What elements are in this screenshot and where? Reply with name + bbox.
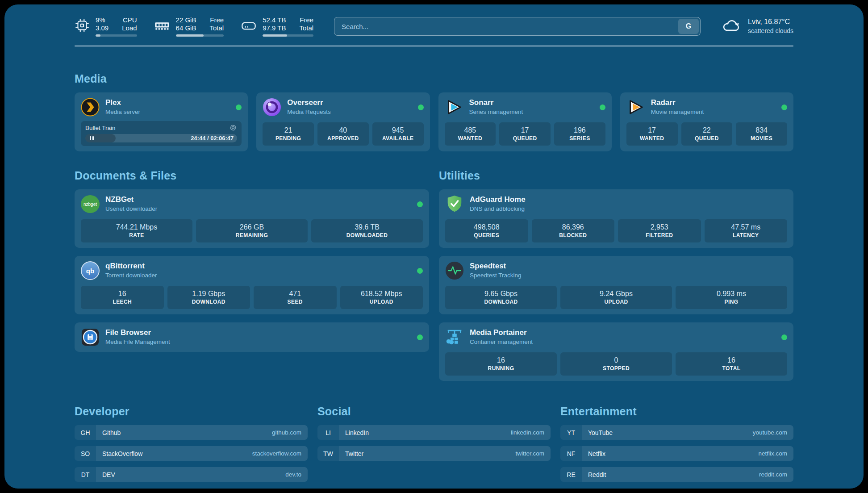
bookmark-dev[interactable]: DT DEVdev.to — [75, 467, 308, 482]
search-input[interactable] — [334, 17, 700, 35]
weather-location: Lviv, 16.87°C — [748, 17, 793, 26]
bookmark-linkedin[interactable]: LI LinkedInlinkedin.com — [317, 425, 551, 440]
bookmark-group-entertainment: Entertainment YT YouTubeyoutube.com NF N… — [560, 405, 793, 482]
bookmark-group-developer: Developer GH Githubgithub.com SO StackOv… — [75, 405, 308, 482]
card-title: Sonarr — [469, 98, 523, 107]
cpu-label: CPU — [123, 16, 137, 24]
cpu-progress — [96, 34, 137, 37]
status-online-dot — [781, 334, 787, 340]
header-divider — [75, 46, 793, 46]
stat-queued: 17QUEUED — [499, 122, 551, 146]
card-qbittorrent[interactable]: qb qBittorrent Torrent downloader 16LEEC… — [75, 256, 429, 314]
search-provider-button[interactable]: G — [678, 19, 699, 34]
stat-seed: 471SEED — [254, 286, 337, 309]
disk-free-value: 52.4 TB — [263, 16, 286, 24]
stat-queries: 498,508QUERIES — [445, 219, 528, 242]
bookmark-url: reddit.com — [759, 471, 787, 478]
bookmark-name: StackOverflow — [102, 450, 142, 457]
bookmark-twitter[interactable]: TW Twittertwitter.com — [317, 446, 551, 461]
stat-total: 16TOTAL — [676, 352, 787, 376]
filebrowser-icon — [81, 328, 100, 347]
stat-upload: 9.24 GbpsUPLOAD — [560, 286, 672, 309]
sonarr-icon — [445, 98, 463, 117]
stat-latency: 47.57 msLATENCY — [705, 219, 788, 242]
disk-icon — [241, 17, 257, 35]
dashboard-panel: 9% 3.09 CPU Load — [4, 4, 864, 489]
card-title: Plex — [105, 98, 140, 107]
stat-downloaded: 39.6 TBDOWNLOADED — [311, 219, 423, 242]
stat-blocked: 86,396BLOCKED — [532, 219, 615, 242]
status-online-dot — [600, 104, 605, 110]
memory-icon — [154, 17, 170, 35]
bookmark-url: netflix.com — [758, 450, 787, 457]
pause-icon[interactable] — [90, 136, 94, 140]
card-plex[interactable]: Plex Media server Bullet Train — [75, 92, 248, 151]
bookmark-abbr: RE — [560, 467, 582, 482]
bookmark-github[interactable]: GH Githubgithub.com — [75, 425, 308, 440]
card-title: Speedtest — [470, 261, 522, 271]
bookmark-abbr: YT — [560, 425, 582, 440]
disk-total-label: Total — [299, 24, 313, 32]
stat-remaining: 266 GBREMAINING — [196, 219, 308, 242]
stat-rate: 744.21 MbpsRATE — [81, 219, 192, 242]
status-online-dot — [781, 104, 787, 110]
card-subtitle: Movie management — [651, 107, 704, 117]
card-radarr[interactable]: Radarr Movie management 17WANTED 22QUEUE… — [620, 92, 793, 151]
section-title-entertainment: Entertainment — [560, 405, 793, 418]
card-title: File Browser — [105, 328, 170, 337]
cloud-icon — [721, 18, 742, 35]
bookmark-abbr: TW — [317, 446, 339, 461]
cpu-widget: 9% 3.09 CPU Load — [75, 16, 137, 37]
card-subtitle: Media File Management — [105, 337, 170, 347]
bookmark-url: twitter.com — [515, 450, 544, 457]
card-subtitle: Media server — [105, 107, 140, 117]
memory-progress — [176, 34, 224, 37]
card-nzbget[interactable]: nzbget NZBGet Usenet downloader 744.21 M… — [75, 189, 429, 248]
bookmark-url: youtube.com — [753, 429, 787, 436]
status-online-dot — [417, 201, 423, 207]
speedtest-icon — [445, 261, 464, 280]
card-sonarr[interactable]: Sonarr Series management 485WANTED 17QUE… — [438, 92, 612, 151]
card-title: Radarr — [651, 98, 704, 107]
stat-filtered: 2,953FILTERED — [618, 219, 701, 242]
cpu-icon — [75, 18, 90, 35]
disk-progress — [263, 34, 313, 37]
playback-progress-bar[interactable]: 24:44 / 02:06:47 — [85, 134, 237, 142]
search-bar[interactable]: G — [334, 17, 701, 36]
bookmark-name: DEV — [102, 471, 115, 478]
card-title: qBittorrent — [105, 261, 157, 271]
section-title-documents: Documents & Files — [75, 169, 429, 182]
playback-time: 24:44 / 02:06:47 — [191, 134, 234, 142]
stat-pending: 21PENDING — [263, 122, 314, 146]
bookmark-reddit[interactable]: RE Redditreddit.com — [560, 467, 793, 482]
card-portainer[interactable]: Media Portainer Container management 16R… — [439, 322, 793, 381]
gear-icon[interactable] — [229, 124, 237, 132]
card-title: AdGuard Home — [470, 195, 526, 204]
card-title: NZBGet — [105, 195, 157, 204]
plex-icon — [81, 98, 100, 117]
card-title: Overseerr — [287, 98, 331, 107]
cpu-usage: 9% — [96, 16, 108, 24]
memory-free-value: 22 GiB — [176, 16, 196, 24]
bookmark-netflix[interactable]: NF Netflixnetflix.com — [560, 446, 793, 461]
bookmark-youtube[interactable]: YT YouTubeyoutube.com — [560, 425, 793, 440]
bookmark-abbr: NF — [560, 446, 582, 461]
card-filebrowser[interactable]: File Browser Media File Management — [75, 322, 429, 352]
status-online-dot — [418, 104, 424, 110]
card-title: Media Portainer — [470, 328, 533, 337]
card-overseerr[interactable]: Overseerr Media Requests 21PENDING 40APP… — [256, 92, 430, 151]
weather-widget: Lviv, 16.87°C scattered clouds — [721, 17, 793, 36]
card-adguard[interactable]: AdGuard Home DNS and adblocking 498,508Q… — [439, 189, 793, 248]
status-online-dot — [236, 104, 242, 110]
section-title-utilities: Utilities — [439, 169, 793, 182]
bookmark-name: Twitter — [345, 450, 363, 457]
card-speedtest[interactable]: Speedtest Speedtest Tracking 9.65 GbpsDO… — [439, 256, 793, 314]
bookmark-stackoverflow[interactable]: SO StackOverflowstackoverflow.com — [75, 446, 308, 461]
cpu-load-label: Load — [122, 24, 137, 32]
now-playing-title: Bullet Train — [85, 125, 116, 131]
card-subtitle: Media Requests — [287, 107, 331, 117]
card-subtitle: Speedtest Tracking — [470, 271, 522, 280]
memory-total-label: Total — [209, 24, 224, 32]
stat-upload: 618.52 MbpsUPLOAD — [340, 286, 423, 309]
status-online-dot — [417, 268, 423, 274]
